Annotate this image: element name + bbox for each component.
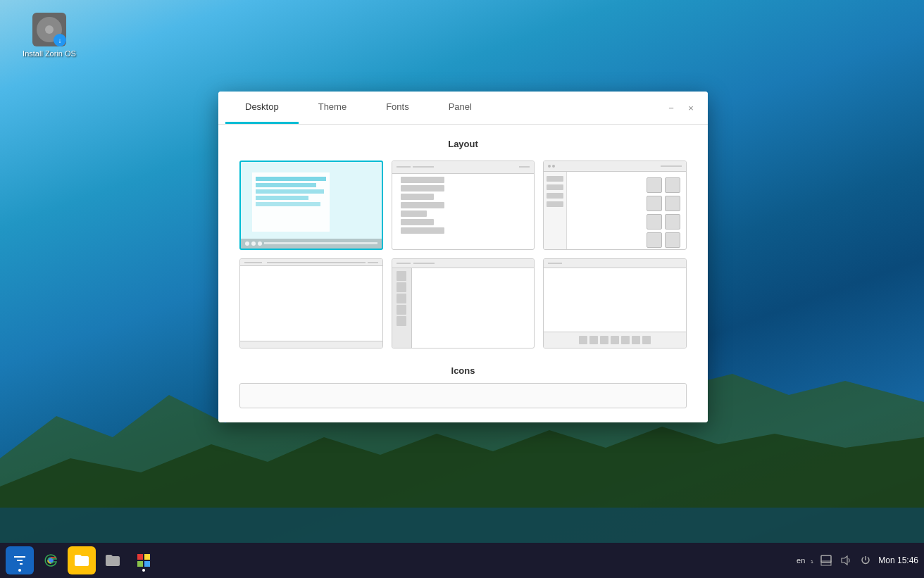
topbar-line1 [397,166,411,168]
layout-1-row3 [256,189,324,194]
layout-grid [239,161,687,348]
install-zorin-label: Install Zorin OS [23,49,76,58]
download-badge: ↓ [54,34,66,46]
window-controls: − × [654,92,708,123]
topbar-spacer [267,262,366,263]
topbar-l2 [413,263,435,264]
taskbar-dot-3 [258,241,262,246]
svg-rect-7 [144,561,150,567]
appearance-dialog: Desktop Theme Fonts Panel − × Layout [218,92,708,422]
topbar-dots [548,165,555,168]
taskbar-zorin-menu[interactable] [6,546,34,574]
volume-icon[interactable] [839,553,853,567]
icon7 [647,232,662,248]
close-button[interactable]: × [681,98,701,118]
svg-rect-2 [0,508,924,543]
layout-card-4[interactable] [239,258,383,348]
layout-card-6[interactable] [543,258,687,348]
layout-1-row2 [256,183,316,187]
layout-4-topbar [240,259,382,266]
layout-3-icons [647,177,680,248]
icon4 [665,196,680,211]
dot1 [548,165,551,168]
layout-1-row4 [256,196,308,200]
tab-panel[interactable]: Panel [429,92,492,124]
layout-1-taskbar [241,239,382,249]
layout-card-1[interactable] [239,161,383,250]
dock-item3 [600,336,608,344]
taskbar-chrome[interactable] [37,546,65,574]
layout-1-row5 [256,202,320,206]
tab-fonts[interactable]: Fonts [366,92,429,124]
layout-card-3[interactable] [543,161,687,250]
leftbar-row1 [547,176,563,182]
dialog-content: Layout [218,125,708,422]
panel-row2 [401,185,445,191]
icon3 [647,196,662,211]
dialog-tabs: Desktop Theme Fonts Panel [218,92,654,124]
layout-2-side-panel [398,174,448,246]
dock-item6 [632,336,640,344]
taskbar-dot-2 [251,241,256,246]
panel-row5 [401,211,427,217]
icon8 [665,232,680,248]
panel-row1 [401,177,445,183]
dock-item2 [397,282,406,292]
power-svg-icon [860,555,871,566]
dock-item5 [621,336,630,344]
language-indicator: en [797,556,805,565]
dock-item3 [397,294,406,303]
layout-section-title: Layout [239,139,687,149]
panel-row4 [401,202,445,208]
panel-row7 [401,227,445,234]
tab-theme[interactable]: Theme [299,92,366,124]
taskbar-dot-1 [245,241,249,246]
dock-item4 [611,336,619,344]
layout-1-inner-window [252,172,330,232]
topbar-right-line [661,165,682,167]
topbar-right [368,262,378,263]
layout-6-topbar [544,259,686,268]
install-zorin-icon[interactable]: ↓ Install Zorin OS [21,13,77,58]
layout-3-leftbar [544,172,566,249]
tab-desktop[interactable]: Desktop [225,92,299,124]
svg-marker-10 [842,556,847,565]
dock-item1 [579,336,587,344]
zorin-logo-icon [11,552,28,569]
layout-card-5[interactable] [392,258,535,348]
dialog-titlebar: Desktop Theme Fonts Panel − × [218,92,708,125]
leftbar-row3 [547,193,563,199]
volume-svg-icon [840,555,851,566]
layout-5-leftdock [392,268,412,348]
layout-card-2[interactable] [392,161,535,250]
files-icon [73,552,90,569]
layout-1-row1 [256,177,326,181]
taskbar-zorin-appearance[interactable] [130,546,158,574]
svg-rect-5 [144,554,150,560]
topbar-l1 [548,263,562,264]
topbar-line3 [519,166,530,168]
chrome-icon [42,552,59,569]
minimize-button[interactable]: − [661,98,681,118]
layout-6-bottomdock [544,332,686,348]
layout-3-topbar [544,161,686,172]
leftbar-row2 [547,184,563,190]
lang-sub: ₁ [811,557,813,565]
power-icon[interactable] [859,553,873,567]
topbar-line2 [413,166,434,168]
icon2 [665,177,680,193]
zorin-active-indicator [18,569,21,572]
window-svg-icon [820,555,832,566]
system-clock: Mon 15:46 [878,555,918,565]
taskbar-files-badge[interactable] [68,546,96,574]
layout-2-topbar [392,161,535,174]
svg-rect-9 [821,561,831,565]
window-icon[interactable] [819,553,833,567]
panel-row3 [401,194,434,200]
icons-section-title: Icons [239,365,687,376]
taskbar-bar [264,242,377,244]
taskbar-file-manager[interactable] [99,546,127,574]
zorin-install-icon-image: ↓ [32,13,66,46]
appearance-active-indicator [142,569,145,572]
icon6 [665,214,680,230]
